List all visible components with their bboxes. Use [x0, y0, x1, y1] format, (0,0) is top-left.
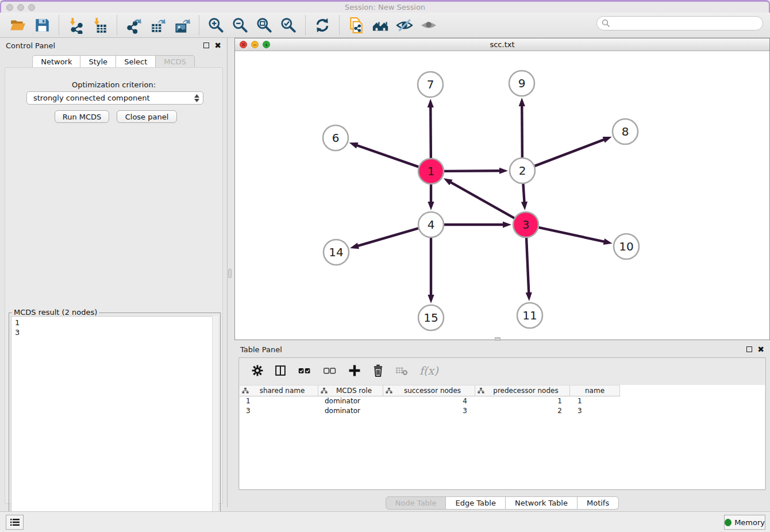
import-table-icon[interactable] [91, 17, 109, 34]
column-header-shared-name[interactable]: shared name [240, 385, 318, 396]
select-all-columns-icon[interactable] [297, 364, 312, 377]
hide-selected-icon[interactable] [396, 17, 413, 34]
graph-edge[interactable] [538, 228, 605, 242]
add-column-icon[interactable] [348, 364, 361, 377]
close-panel-icon[interactable]: ✖ [214, 43, 221, 48]
graph-edge-arrowhead[interactable] [499, 168, 508, 174]
task-history-button[interactable] [6, 515, 24, 530]
graph-edge-arrowhead[interactable] [428, 99, 434, 107]
graph-edge[interactable] [444, 171, 501, 171]
float-table-panel-icon[interactable] [746, 346, 752, 352]
tab-motifs[interactable]: Motifs [578, 496, 619, 510]
panel-splitter-handle[interactable] [228, 269, 232, 278]
table-header-row: shared name MCDS role successor nodes pr… [240, 385, 765, 396]
graph-node-label: 6 [332, 131, 340, 145]
table-row[interactable]: 1 dominator 4 1 1 [240, 396, 765, 406]
graph-edge-arrowhead[interactable] [503, 221, 511, 228]
zoom-out-icon[interactable] [232, 17, 249, 34]
graph-edge-arrowhead[interactable] [350, 242, 359, 249]
zoom-fit-icon[interactable] [256, 17, 273, 34]
column-header-mcds-role[interactable]: MCDS role [318, 385, 383, 396]
graph-edge-arrowhead[interactable] [526, 292, 532, 301]
network-view-title: scc.txt [235, 40, 769, 49]
graph-edge-arrowhead[interactable] [428, 295, 434, 303]
graph-edge[interactable] [522, 105, 522, 157]
list-icon [10, 518, 20, 527]
control-panel-tabs: Network Style Select MCDS [0, 55, 227, 68]
float-panel-icon[interactable] [203, 43, 209, 48]
sort-hierarchy-icon [321, 387, 328, 394]
column-header-name[interactable]: name [570, 385, 620, 396]
memory-button[interactable]: Memory [724, 515, 765, 530]
zoom-in-icon[interactable] [207, 17, 225, 34]
run-mcds-button[interactable]: Run MCDS [55, 110, 109, 123]
graph-edge[interactable] [357, 228, 418, 246]
graph-node-label: 10 [619, 240, 633, 253]
column-header-successor-nodes[interactable]: successor nodes [383, 385, 475, 396]
graph-edge[interactable] [449, 182, 514, 218]
network-canvas[interactable]: 7968124314101511 [235, 51, 769, 340]
graph-edge-arrowhead[interactable] [428, 202, 434, 210]
tab-network[interactable]: Network [32, 55, 80, 68]
search-field[interactable] [596, 16, 763, 30]
column-layout-icon[interactable] [274, 364, 287, 377]
export-network-icon[interactable] [125, 17, 143, 34]
table-settings-icon[interactable] [251, 364, 264, 377]
home-icon[interactable] [372, 17, 389, 34]
table-row[interactable]: 3 dominator 3 2 3 [240, 406, 765, 416]
select-stepper-icon [194, 94, 199, 102]
graph-node-label: 7 [427, 78, 434, 91]
close-table-panel-icon[interactable]: ✖ [757, 346, 764, 352]
window-titlebar: Session: New Session [0, 0, 770, 13]
graph-node-label: 15 [424, 311, 438, 325]
delete-column-icon[interactable] [372, 364, 384, 377]
network-window-titlebar[interactable]: ✕ − + scc.txt [235, 38, 769, 51]
sort-hierarchy-icon [242, 387, 249, 394]
save-session-icon[interactable] [33, 17, 51, 34]
sort-hierarchy-icon [478, 387, 484, 394]
deselect-all-columns-icon[interactable] [322, 364, 337, 377]
graph-node-label: 2 [519, 164, 526, 178]
zoom-selected-icon[interactable] [280, 17, 297, 34]
export-image-icon[interactable] [174, 17, 191, 34]
table-toolbar: f(x) [239, 358, 765, 383]
open-session-icon[interactable] [9, 17, 26, 34]
graph-edge[interactable] [356, 145, 418, 167]
graph-edge-arrowhead[interactable] [519, 98, 525, 106]
search-input[interactable] [613, 19, 763, 28]
result-scrollbar[interactable] [212, 316, 218, 530]
search-icon [602, 19, 610, 28]
network-view-window: ✕ − + scc.txt 7968124314101511 [234, 38, 770, 340]
network-graph[interactable]: 7968124314101511 [235, 51, 769, 340]
graph-edge[interactable] [523, 184, 524, 203]
criterion-select[interactable]: strongly connected component [26, 91, 203, 105]
graph-edge-arrowhead[interactable] [603, 238, 613, 245]
tab-select[interactable]: Select [116, 55, 156, 68]
tab-node-table[interactable]: Node Table [386, 496, 446, 510]
status-bar: Memory [0, 511, 770, 532]
column-header-predecessor-nodes[interactable]: predecessor nodes [475, 385, 570, 396]
tab-edge-table[interactable]: Edge Table [446, 496, 505, 510]
tab-mcds[interactable]: MCDS [156, 55, 195, 68]
tab-style[interactable]: Style [80, 55, 116, 68]
graph-edge[interactable] [526, 238, 529, 294]
show-all-icon[interactable] [420, 17, 437, 34]
tab-network-table[interactable]: Network Table [506, 496, 578, 510]
graph-edge[interactable] [430, 106, 431, 158]
close-panel-button[interactable]: Close panel [117, 110, 177, 123]
export-table-icon[interactable] [149, 17, 167, 34]
mcds-panel: Optimization criterion: strongly connect… [5, 67, 223, 504]
graph-edge-arrowhead[interactable] [603, 137, 612, 143]
graph-edge-arrowhead[interactable] [349, 142, 359, 149]
node-table[interactable]: shared name MCDS role successor nodes pr… [240, 385, 765, 489]
import-network-icon[interactable] [67, 17, 84, 34]
graph-node-label: 3 [522, 218, 530, 232]
graph-edge[interactable] [535, 139, 606, 166]
mcds-result-text[interactable]: 1 3 [11, 316, 218, 530]
refresh-layout-icon[interactable] [314, 17, 331, 34]
window-resize-handle[interactable] [495, 337, 500, 341]
graph-edge-arrowhead[interactable] [444, 178, 453, 185]
copy-network-icon[interactable] [348, 17, 365, 34]
graph-edge-arrowhead[interactable] [521, 202, 528, 210]
toolbar-separator [117, 16, 117, 35]
